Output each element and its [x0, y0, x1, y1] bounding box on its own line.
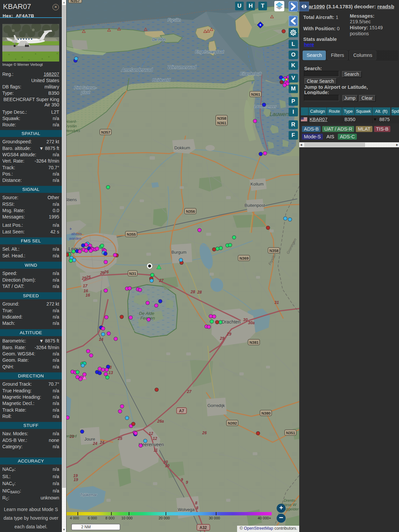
svg-text:31: 31 [274, 300, 279, 305]
svg-text:11: 11 [154, 448, 158, 453]
svg-text:26: 26 [202, 431, 207, 435]
svg-text:Drachten: Drachten [222, 319, 241, 325]
svg-text:eggelder: eggelder [284, 507, 299, 511]
svg-text:Wierumerwad: Wierumerwad [168, 65, 197, 70]
svg-text:N357: N357 [101, 130, 110, 134]
svg-text:warden: warden [69, 236, 81, 240]
svg-text:25: 25 [81, 276, 86, 281]
svg-text:13: 13 [108, 370, 113, 375]
svg-text:N355: N355 [127, 232, 136, 236]
svg-text:✈: ✈ [69, 227, 72, 231]
svg-text:28: 28 [197, 290, 202, 295]
svg-text:Fryslân: Fryslân [168, 18, 181, 22]
svg-text:26a: 26a [157, 419, 164, 424]
svg-text:ergebied: ergebied [66, 434, 77, 438]
svg-text:8: 8 [196, 506, 199, 510]
svg-text:19: 19 [73, 477, 78, 482]
svg-text:Drents-: Drents- [284, 498, 296, 502]
svg-text:10: 10 [165, 464, 170, 468]
svg-text:24: 24 [99, 440, 104, 445]
svg-text:N31: N31 [129, 272, 136, 276]
svg-text:Fryslân: Fryslân [66, 124, 77, 128]
svg-text:25: 25 [86, 275, 91, 280]
svg-text:ûtendyks: ûtendyks [66, 129, 80, 133]
svg-text:30: 30 [243, 318, 248, 322]
svg-text:N361: N361 [251, 92, 260, 96]
svg-text:N358: N358 [269, 249, 279, 253]
svg-text:Buitenpost: Buitenpost [244, 203, 265, 208]
svg-text:N358: N358 [217, 116, 226, 120]
svg-text:N369: N369 [239, 256, 249, 260]
svg-text:29: 29 [219, 336, 224, 341]
svg-text:Stiens: Stiens [66, 197, 77, 202]
svg-text:Heideveld: Heideveld [152, 78, 170, 82]
svg-text:Gorredijk: Gorredijk [207, 403, 225, 408]
svg-text:N357: N357 [70, 0, 80, 3]
svg-text:12: 12 [149, 431, 153, 436]
svg-text:25: 25 [117, 436, 122, 441]
svg-text:12: 12 [153, 436, 157, 441]
svg-text:plaat: plaat [81, 90, 90, 95]
svg-text:N381: N381 [249, 340, 259, 344]
svg-text:30a: 30a [248, 321, 255, 325]
svg-text:Piet Scheve-: Piet Scheve- [74, 85, 97, 90]
svg-text:A32: A32 [200, 525, 207, 530]
svg-text:9: 9 [186, 480, 188, 485]
svg-text:24: 24 [92, 441, 97, 446]
svg-text:N356: N356 [186, 209, 195, 213]
svg-text:17: 17 [83, 284, 88, 288]
svg-text:Kollum: Kollum [250, 182, 264, 187]
svg-text:Joure: Joure [84, 437, 95, 442]
svg-text:abasis: abasis [71, 232, 82, 236]
svg-text:27: 27 [187, 389, 192, 394]
svg-text:26: 26 [104, 270, 109, 274]
svg-text:Engelsmanplaat: Engelsmanplaat [195, 50, 224, 54]
svg-text:8: 8 [195, 501, 198, 505]
svg-text:29: 29 [226, 332, 231, 336]
svg-text:Noard-: Noard- [66, 119, 77, 123]
svg-text:De Alde: De Alde [139, 311, 154, 316]
svg-text:N351: N351 [286, 431, 295, 435]
svg-text:Tsjûkemar: Tsjûkemar [80, 493, 97, 497]
svg-text:A7: A7 [179, 409, 184, 413]
svg-text:Wolvega: Wolvega [178, 507, 195, 512]
svg-text:Amelanderwad: Amelanderwad [121, 67, 153, 72]
svg-text:Eilanderbult: Eilanderbult [240, 71, 261, 76]
svg-text:14: 14 [99, 337, 103, 342]
svg-text:16: 16 [83, 289, 88, 293]
svg-text:De Hôn: De Hôn [152, 37, 166, 42]
svg-text:27: 27 [159, 278, 164, 283]
svg-text:Burgum: Burgum [171, 250, 187, 255]
svg-text:N361: N361 [217, 121, 226, 125]
svg-text:N380: N380 [261, 411, 271, 415]
svg-text:Dokkum: Dokkum [174, 145, 190, 150]
svg-text:28: 28 [190, 290, 195, 294]
svg-text:9: 9 [181, 477, 183, 482]
svg-text:N392: N392 [228, 421, 237, 425]
svg-text:16: 16 [85, 293, 90, 298]
